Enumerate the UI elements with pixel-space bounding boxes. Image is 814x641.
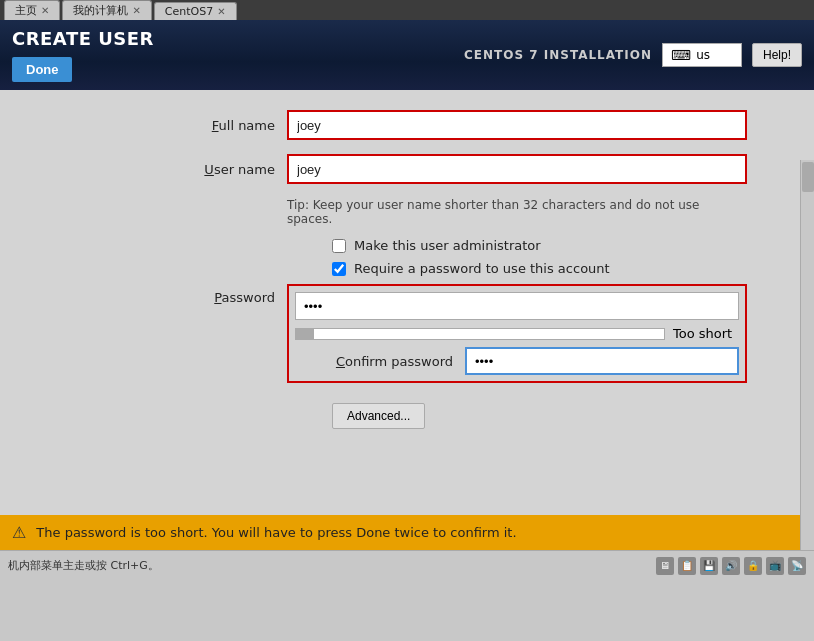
status-icon-7[interactable]: 📡 (788, 557, 806, 575)
status-left-text: 机内部菜单主走或按 Ctrl+G。 (8, 558, 159, 573)
password-required-row: Require a password to use this account (332, 261, 747, 276)
confirm-inner-row: Confirm password (295, 347, 739, 375)
warning-icon: ⚠ (12, 523, 26, 542)
tip-row: Tip: Keep your user name shorter than 32… (287, 198, 747, 226)
fullname-label: Full name (67, 118, 287, 133)
status-bar: 机内部菜单主走或按 Ctrl+G。 🖥 📋 💾 🔊 🔒 📺 📡 (0, 550, 814, 580)
strength-row: Too short (295, 326, 739, 341)
password-label: Password (67, 284, 287, 305)
main-content: Full name User name Tip: Keep your user … (0, 90, 814, 580)
centos-label: CENTOS 7 INSTALLATION (464, 48, 652, 62)
strength-bar (295, 328, 665, 340)
keyboard-locale: us (696, 48, 710, 62)
tab-home[interactable]: 主页 ✕ (4, 0, 60, 20)
tab-home-close[interactable]: ✕ (41, 5, 49, 16)
password-row: Password Too short Confirm password (67, 284, 747, 383)
username-row: User name (67, 154, 747, 184)
tab-mycomputer[interactable]: 我的计算机 ✕ (62, 0, 151, 20)
tab-bar: 主页 ✕ 我的计算机 ✕ CentOS7 ✕ (0, 0, 814, 20)
tab-mycomputer-close[interactable]: ✕ (132, 5, 140, 16)
header: CREATE USER Done CENTOS 7 INSTALLATION ⌨… (0, 20, 814, 90)
tab-home-label: 主页 (15, 3, 37, 18)
admin-checkbox-label: Make this user administrator (354, 238, 541, 253)
tab-centos7-label: CentOS7 (165, 5, 213, 18)
status-icon-2[interactable]: 📋 (678, 557, 696, 575)
tab-mycomputer-label: 我的计算机 (73, 3, 128, 18)
status-icon-6[interactable]: 📺 (766, 557, 784, 575)
keyboard-input[interactable]: ⌨ us (662, 43, 742, 67)
tip-text: Tip: Keep your user name shorter than 32… (287, 198, 699, 226)
password-group: Too short Confirm password (287, 284, 747, 383)
admin-checkbox-row: Make this user administrator (332, 238, 747, 253)
status-bar-right: 🖥 📋 💾 🔊 🔒 📺 📡 (656, 557, 806, 575)
confirm-password-input[interactable] (465, 347, 739, 375)
status-icon-1[interactable]: 🖥 (656, 557, 674, 575)
strength-label: Too short (673, 326, 732, 341)
advanced-row: Advanced... (67, 397, 747, 429)
status-icon-5[interactable]: 🔒 (744, 557, 762, 575)
status-icon-3[interactable]: 💾 (700, 557, 718, 575)
tab-centos7[interactable]: CentOS7 ✕ (154, 2, 237, 20)
username-label: User name (67, 162, 287, 177)
admin-checkbox[interactable] (332, 239, 346, 253)
scrollbar-thumb[interactable] (802, 162, 814, 192)
confirm-label-inner: Confirm password (295, 354, 465, 369)
done-button[interactable]: Done (12, 57, 72, 82)
password-input[interactable] (295, 292, 739, 320)
warning-text: The password is too short. You will have… (36, 525, 516, 540)
form-section: Full name User name Tip: Keep your user … (47, 110, 767, 429)
warning-bar: ⚠ The password is too short. You will ha… (0, 515, 814, 550)
status-icon-4[interactable]: 🔊 (722, 557, 740, 575)
header-left: CREATE USER Done (12, 28, 154, 82)
help-button[interactable]: Help! (752, 43, 802, 67)
username-input[interactable] (287, 154, 747, 184)
advanced-button[interactable]: Advanced... (332, 403, 425, 429)
password-required-checkbox[interactable] (332, 262, 346, 276)
scrollbar[interactable] (800, 160, 814, 550)
header-right: CENTOS 7 INSTALLATION ⌨ us Help! (464, 43, 802, 67)
password-required-label: Require a password to use this account (354, 261, 610, 276)
page-title: CREATE USER (12, 28, 154, 49)
tab-centos7-close[interactable]: ✕ (217, 6, 225, 17)
strength-fill (296, 329, 314, 339)
fullname-input[interactable] (287, 110, 747, 140)
keyboard-icon: ⌨ (671, 47, 691, 63)
fullname-row: Full name (67, 110, 747, 140)
